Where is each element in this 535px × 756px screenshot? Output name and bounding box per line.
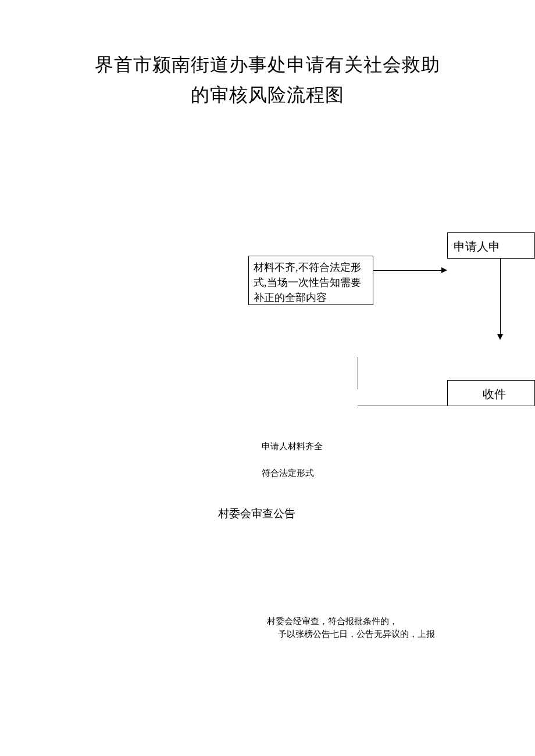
box-receipt: 收件 (447, 380, 535, 406)
box-material-incomplete: 材料不齐,不符合法定形式,当场一次性告知需要补正的全部内容 (248, 256, 373, 305)
arrow-applicant-down-head (497, 334, 503, 340)
label-material-complete-1: 申请人材料齐全 (262, 441, 323, 452)
label-material-complete-2: 符合法定形式 (262, 468, 314, 479)
line-horizontal-receipt (358, 406, 447, 406)
box-applicant: 申请人申 (447, 232, 535, 259)
label-village-result-1: 村委会经审查，符合报批条件的， (267, 616, 398, 627)
label-village-result-2: 予以张榜公告七日，公告无异议的，上报 (278, 629, 435, 640)
title-container: 界首市颍南街道办事处申请有关社会救助 的审核风险流程图 (0, 0, 535, 108)
arrow-to-applicant-head (441, 267, 447, 273)
title-line-1: 界首市颍南街道办事处申请有关社会救助 (0, 52, 535, 78)
arrow-applicant-down-line (500, 259, 501, 334)
arrow-to-applicant-line (373, 270, 441, 271)
line-vertical-small (358, 357, 358, 389)
title-line-2: 的审核风险流程图 (0, 83, 535, 108)
label-village-review: 村委会审查公告 (218, 506, 295, 521)
